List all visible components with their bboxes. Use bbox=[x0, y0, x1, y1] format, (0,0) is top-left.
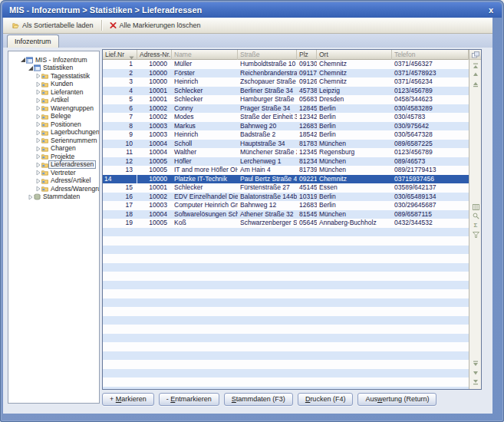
scroll-down-icon[interactable] bbox=[472, 360, 479, 367]
tree-item-chargen[interactable]: Chargen bbox=[8, 145, 99, 153]
grid-menu-button[interactable] bbox=[469, 50, 481, 60]
tree-item-statistiken[interactable]: Statistiken bbox=[8, 64, 99, 73]
auswertung-return-button[interactable]: Auswertung (Return) bbox=[357, 393, 436, 406]
toolbar: Als Sortiertabelle laden Alle Markierung… bbox=[3, 18, 492, 34]
drucken-f4-button[interactable]: Drucken (F4) bbox=[298, 393, 354, 406]
tree-collapsed-arrow-icon[interactable] bbox=[35, 89, 41, 96]
tree-item-lieferanten[interactable]: Lieferanten bbox=[8, 88, 99, 97]
table-row[interactable]: 1610002EDV Einzelhandel Dietsch GmbBalat… bbox=[103, 193, 469, 202]
tree-collapsed-arrow-icon[interactable] bbox=[35, 73, 41, 80]
column-header-telefon[interactable]: Telefon bbox=[392, 50, 469, 60]
cell-plz: 05683 bbox=[297, 95, 317, 104]
column-header-plz[interactable]: Plz bbox=[297, 50, 317, 60]
table-row[interactable]: 1010004SchollHauptstraße 3481783München0… bbox=[103, 140, 469, 149]
cell-strasse: Berliner Straße 34 bbox=[238, 87, 297, 96]
tree-expanded-arrow-icon[interactable] bbox=[19, 57, 26, 64]
tree-collapsed-arrow-icon[interactable] bbox=[35, 129, 41, 136]
tree-item-mis-infozentrum[interactable]: MIS - Infozentrum bbox=[8, 56, 99, 64]
tree-item-belege[interactable]: Belege bbox=[8, 113, 99, 121]
tree-item-vertreter[interactable]: Vertreter bbox=[8, 169, 99, 177]
folder-icon bbox=[41, 73, 48, 79]
scroll-up-group bbox=[469, 62, 482, 87]
table-row[interactable]: 1810004Softwarelösungen Scholl GmbAthene… bbox=[103, 210, 469, 219]
scroll-last-icon[interactable] bbox=[472, 378, 479, 385]
clear-marks-button[interactable]: Alle Markierungen löschen bbox=[105, 19, 206, 31]
filter-icon[interactable] bbox=[472, 231, 479, 238]
tree-collapsed-arrow-icon[interactable] bbox=[35, 113, 41, 120]
table-row[interactable]: 910003HeinrichBadstraße 218542Berlin030/… bbox=[103, 130, 469, 140]
tree-item-warengruppen[interactable]: Warengruppen bbox=[8, 104, 99, 113]
column-header-name[interactable]: Name bbox=[172, 50, 238, 60]
close-button[interactable]: x bbox=[489, 4, 493, 16]
tree-item-projekte[interactable]: Projekte bbox=[8, 153, 99, 161]
tree-collapsed-arrow-icon[interactable] bbox=[35, 170, 41, 176]
tree-item-tagesstatistik[interactable]: Tagesstatistik bbox=[8, 72, 99, 81]
tree-item-positionen[interactable]: Positionen bbox=[8, 120, 99, 129]
load-sort-table-button[interactable]: Als Sortiertabelle laden bbox=[8, 19, 98, 31]
table-row[interactable]: 610002ConnyPrager Straße 3412845Berlin03… bbox=[103, 104, 469, 114]
tree-expanded-arrow-icon[interactable] bbox=[27, 64, 34, 71]
scroll-page-up-icon[interactable] bbox=[472, 71, 479, 78]
app-window-icon bbox=[34, 64, 41, 71]
column-header-label: Lief.Nr bbox=[105, 51, 124, 58]
scroll-up-icon[interactable] bbox=[472, 81, 479, 87]
tree-collapsed-arrow-icon[interactable] bbox=[35, 81, 41, 87]
table-row[interactable]: 1510001SchleckerFürstenstraße 2745145Ess… bbox=[103, 183, 469, 193]
tree-item-lieferadressen[interactable]: Lieferadressen bbox=[8, 161, 99, 170]
column-header-ort[interactable]: Ort bbox=[317, 50, 392, 60]
tree-collapsed-arrow-icon[interactable] bbox=[35, 145, 41, 152]
tree-item-stammdaten[interactable]: Stammdaten bbox=[8, 193, 99, 202]
red-x-icon bbox=[110, 22, 117, 29]
tree-collapsed-arrow-icon[interactable] bbox=[35, 121, 41, 128]
table-row-selected[interactable]: 1410000Platzke IT-TechnikPaul Bertz Stra… bbox=[103, 175, 469, 184]
tree-item-adress-artikel[interactable]: Adress/Artikel bbox=[8, 177, 99, 186]
tree-item-seriennummern[interactable]: Seriennummern bbox=[8, 137, 99, 145]
table-row[interactable]: 1710003Computer Heinrich GmbHBahnweg 121… bbox=[103, 201, 469, 210]
table-row[interactable]: 310000HeinrichZschopauer Straße 28009126… bbox=[103, 77, 469, 87]
cell-ort: Berlin bbox=[317, 104, 392, 114]
tree-collapsed-arrow-icon[interactable] bbox=[35, 153, 41, 160]
tree-collapsed-arrow-icon[interactable] bbox=[35, 186, 41, 193]
tree-collapsed-arrow-icon[interactable] bbox=[27, 193, 34, 200]
tree-collapsed-arrow-icon[interactable] bbox=[35, 177, 41, 184]
cell-adress_nr: 10000 bbox=[137, 60, 172, 69]
table-row[interactable]: 110000MüllerHumboldtstraße 1009130Chemni… bbox=[103, 60, 469, 69]
tree-item-lagerbuchungen[interactable]: Lagerbuchungen bbox=[8, 129, 99, 137]
column-header-adress_nr[interactable]: Adress-Nr. bbox=[137, 50, 172, 60]
stammdaten-f3-button[interactable]: Stammdaten (F3) bbox=[224, 393, 293, 406]
markieren-button[interactable]: + Markieren bbox=[102, 393, 154, 406]
column-header-label: Name bbox=[174, 51, 192, 58]
tree-item-kunden[interactable]: Kunden bbox=[8, 81, 99, 89]
tree-item-label: Chargen bbox=[48, 144, 78, 153]
table-row[interactable]: 510001SchleckerHamburger Straße05683Dres… bbox=[103, 95, 469, 104]
columns-icon[interactable] bbox=[472, 203, 479, 210]
cell-telefon: 030/975642 bbox=[392, 122, 469, 131]
tree-collapsed-arrow-icon[interactable] bbox=[35, 105, 41, 112]
column-header-strasse[interactable]: Straße bbox=[238, 50, 297, 60]
tree-collapsed-arrow-icon[interactable] bbox=[35, 137, 41, 144]
table-row[interactable]: 410001SchleckerBerliner Straße 3445738Le… bbox=[103, 87, 469, 96]
titlebar[interactable]: MIS - Infozentrum > Statistiken > Liefer… bbox=[2, 2, 502, 18]
table-row[interactable]: 1210005HöflerLerchenweg 181234München089… bbox=[103, 157, 469, 166]
table-row[interactable]: 1110004WaltherMünchener Straße 2312345Re… bbox=[103, 148, 469, 157]
scroll-first-icon[interactable] bbox=[472, 62, 479, 69]
tree-collapsed-arrow-icon[interactable] bbox=[35, 97, 41, 104]
table-row[interactable]: 1910005KoßSchwarzenberger Straße05645Ann… bbox=[103, 219, 469, 228]
collapse-arrow-icon bbox=[35, 114, 41, 120]
scroll-page-down-icon[interactable] bbox=[472, 369, 479, 376]
column-header-lief_nr[interactable]: Lief.Nr bbox=[103, 50, 137, 60]
tree-collapsed-arrow-icon[interactable] bbox=[35, 161, 41, 168]
table-row[interactable]: 1310005IT and more Höfler OHGAm Hain 481… bbox=[103, 166, 469, 175]
entmarkieren-button[interactable]: - Entmarkieren bbox=[159, 393, 219, 406]
tab-infozentrum[interactable]: Infozentrum bbox=[7, 35, 59, 48]
cell-telefon: 0371/456327 bbox=[392, 60, 469, 69]
table-row[interactable]: 710002ModesStraße der Einheit 3412342Ber… bbox=[103, 113, 469, 122]
search-icon[interactable] bbox=[472, 213, 479, 219]
collapse-arrow-icon bbox=[35, 178, 41, 184]
tree-item-artikel[interactable]: Artikel bbox=[8, 97, 99, 105]
tree-item-adress-warengruppen[interactable]: Adress/Warengruppen bbox=[8, 185, 99, 193]
sum-icon[interactable]: Σ bbox=[472, 222, 479, 229]
table-row[interactable]: 210000FörsterReichenbranderstraße 309117… bbox=[103, 69, 469, 78]
cell-adress_nr: 10003 bbox=[137, 130, 172, 140]
table-row[interactable]: 810003MarkusBahnweg 2012683Berlin030/975… bbox=[103, 122, 469, 131]
